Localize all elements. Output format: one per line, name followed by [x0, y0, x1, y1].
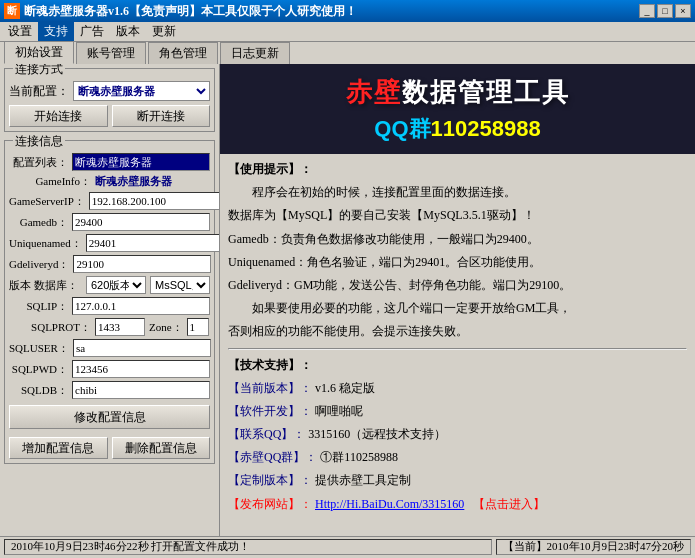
status-left: 2010年10月9日23时46分22秒 打开配置文件成功！: [4, 539, 492, 555]
right-panel: 赤壁数据管理工具 QQ群110258988 【使用提示】： 程序会在初始的时候，…: [220, 64, 695, 536]
current-config-row: 当前配置： 断魂赤壁服务器: [9, 81, 210, 101]
connect-section: 连接方式 当前配置： 断魂赤壁服务器 开始连接 断开连接: [4, 68, 215, 132]
tech-dev-row: 【软件开发】： 啊哩啪呢: [228, 402, 687, 421]
uniquenamed-row: Uniquenamed：: [9, 234, 210, 252]
gameinfo-label: GameInfo：: [9, 174, 91, 189]
sqldb-input[interactable]: [72, 381, 210, 399]
title-bar-buttons: _ □ ×: [639, 4, 691, 18]
customize-bracket-label: 【定制版本】：: [228, 473, 312, 487]
gameserverip-label: GameServerIP：: [9, 194, 85, 209]
tech-qq-row: 【联系QQ】： 3315160（远程技术支持）: [228, 425, 687, 444]
menu-version[interactable]: 版本: [110, 21, 146, 42]
qq-bracket-label: 【联系QQ】：: [228, 427, 305, 441]
status-bar: 2010年10月9日23时46分22秒 打开配置文件成功！ 【当前】2010年1…: [0, 536, 695, 556]
modify-config-button[interactable]: 修改配置信息: [9, 405, 210, 429]
sqldb-row: SQLDB：: [9, 381, 210, 399]
add-config-button[interactable]: 增加配置信息: [9, 437, 108, 459]
website-bracket-label: 【发布网站】：: [228, 497, 312, 511]
config-list-row: 配置列表：: [9, 153, 210, 171]
gameinfo-row: GameInfo： 断魂赤壁服务器: [9, 174, 210, 189]
current-config-select[interactable]: 断魂赤壁服务器: [73, 81, 210, 101]
help-line5: Gdeliveryd：GM功能，发送公告、封停角色功能。端口为29100。: [228, 276, 687, 295]
delete-config-button[interactable]: 删除配置信息: [112, 437, 211, 459]
info-section: 连接信息 配置列表： GameInfo： 断魂赤壁服务器 GameServerI…: [4, 140, 215, 464]
website-bracket-value[interactable]: Http://Hi.BaiDu.Com/3315160: [315, 497, 464, 511]
title-bar: 断 断魂赤壁服务器v1.6【免责声明】本工具仅限于个人研究使用！ _ □ ×: [0, 0, 695, 22]
version-select[interactable]: 620版本: [86, 276, 146, 294]
sqlip-label: SQLIP：: [9, 299, 68, 314]
help-line7: 否则相应的功能不能使用。会提示连接失败。: [228, 322, 687, 341]
help-line4: Uniquenamed：角色名验证，端口为29401。合区功能使用。: [228, 253, 687, 272]
add-delete-btn-row: 增加配置信息 删除配置信息: [9, 437, 210, 459]
tech-version-row: 【当前版本】： v1.6 稳定版: [228, 379, 687, 398]
connect-section-title: 连接方式: [13, 64, 65, 78]
website-suffix[interactable]: 【点击进入】: [473, 497, 545, 511]
tab-account-management[interactable]: 账号管理: [76, 42, 146, 64]
sqluser-input[interactable]: [73, 339, 211, 357]
menu-update[interactable]: 更新: [146, 21, 182, 42]
sqlpwd-row: SQLPWD：: [9, 360, 210, 378]
minimize-button[interactable]: _: [639, 4, 655, 18]
gameserverip-row: GameServerIP：: [9, 192, 210, 210]
divider: [228, 348, 687, 350]
tech-red-qq-row: 【赤壁QQ群】： ①群110258988: [228, 448, 687, 467]
close-button[interactable]: ×: [675, 4, 691, 18]
menu-bar: 设置 支持 广告 版本 更新: [0, 22, 695, 42]
help-line3: Gamedb：负责角色数据修改功能使用，一般端口为29400。: [228, 230, 687, 249]
version-bracket-value: v1.6 稳定版: [315, 381, 375, 395]
gamedb-label: Gamedb：: [9, 215, 68, 230]
menu-ads[interactable]: 广告: [74, 21, 110, 42]
current-config-label: 当前配置：: [9, 83, 69, 100]
disconnect-button[interactable]: 断开连接: [112, 105, 211, 127]
help-line6: 如果要使用必要的功能，这几个端口一定要开放给GM工具，: [228, 299, 687, 318]
status-right: 【当前】2010年10月9日23时47分20秒: [496, 539, 692, 555]
zone-input[interactable]: [187, 318, 209, 336]
version-label: 版本 数据库：: [9, 278, 78, 293]
maximize-button[interactable]: □: [657, 4, 673, 18]
banner-title-white: 数据管理工具: [402, 77, 570, 107]
db-type-select[interactable]: MsSQL库: [150, 276, 210, 294]
gdeliveryd-input[interactable]: [73, 255, 211, 273]
banner-title: 赤壁数据管理工具: [346, 75, 570, 110]
banner-title-red: 赤壁: [346, 77, 402, 107]
tab-bar: 初始设置 账号管理 角色管理 日志更新: [0, 42, 695, 64]
menu-support[interactable]: 支持: [38, 21, 74, 42]
gameinfo-value: 断魂赤壁服务器: [95, 174, 210, 189]
sqluser-row: SQLUSER：: [9, 339, 210, 357]
zone-label: Zone：: [149, 320, 183, 335]
gameserverip-input[interactable]: [89, 192, 220, 210]
left-panel: 连接方式 当前配置： 断魂赤壁服务器 开始连接 断开连接 连接信息 配置列: [0, 64, 220, 536]
uniquenamed-label: Uniquenamed：: [9, 236, 82, 251]
gamedb-input[interactable]: [72, 213, 210, 231]
sqlip-input[interactable]: [72, 297, 210, 315]
app-icon: 断: [4, 3, 20, 19]
config-list-label: 配置列表：: [9, 155, 68, 170]
info-section-title: 连接信息: [13, 133, 65, 150]
modify-btn-row: 修改配置信息: [9, 405, 210, 433]
sqlport-input[interactable]: [95, 318, 145, 336]
usage-title: 【使用提示】：: [228, 160, 687, 179]
qq-bracket-value: 3315160（远程技术支持）: [308, 427, 446, 441]
gamedb-row: Gamedb：: [9, 213, 210, 231]
window-title: 断魂赤壁服务器v1.6【免责声明】本工具仅限于个人研究使用！: [24, 3, 639, 20]
menu-settings[interactable]: 设置: [2, 21, 38, 42]
banner-qq-number: 110258988: [431, 116, 541, 141]
tech-website-row: 【发布网站】： Http://Hi.BaiDu.Com/3315160 【点击进…: [228, 495, 687, 514]
sqlport-row: SQLPROT： Zone：: [9, 318, 210, 336]
connect-buttons: 开始连接 断开连接: [9, 105, 210, 127]
tab-initial-setup[interactable]: 初始设置: [4, 41, 74, 64]
gdeliveryd-row: Gdeliveryd：: [9, 255, 210, 273]
config-list-input[interactable]: [72, 153, 210, 171]
sqldb-label: SQLDB：: [9, 383, 68, 398]
banner-qq-label: QQ群: [374, 116, 430, 141]
sqlpwd-input[interactable]: [72, 360, 210, 378]
tab-role-management[interactable]: 角色管理: [148, 42, 218, 64]
dev-bracket-label: 【软件开发】：: [228, 404, 312, 418]
help-line1: 程序会在初始的时候，连接配置里面的数据连接。: [228, 183, 687, 202]
help-text-area: 【使用提示】： 程序会在初始的时候，连接配置里面的数据连接。 数据库为【MySQ…: [220, 154, 695, 536]
sqlip-row: SQLIP：: [9, 297, 210, 315]
sqluser-label: SQLUSER：: [9, 341, 69, 356]
tab-log-update[interactable]: 日志更新: [220, 42, 290, 64]
uniquenamed-input[interactable]: [86, 234, 220, 252]
start-connect-button[interactable]: 开始连接: [9, 105, 108, 127]
